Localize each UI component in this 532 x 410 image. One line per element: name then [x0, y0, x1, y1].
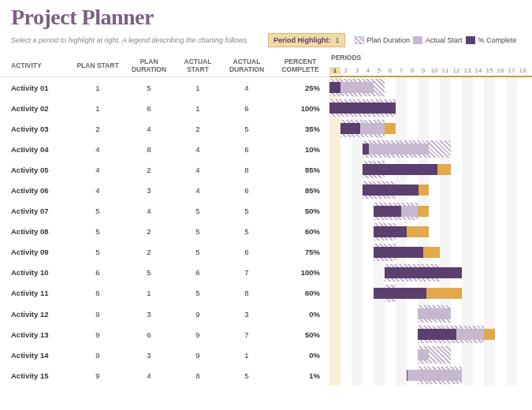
cell-activity: Activity 12 — [11, 310, 73, 319]
period-tick[interactable]: 13 — [462, 67, 473, 74]
hdr-plan-start: PLAN START — [73, 62, 123, 69]
cell-pct: 60% — [273, 289, 328, 297]
cell-pct: 75% — [273, 248, 328, 256]
cell-pct: 85% — [273, 166, 328, 174]
table-row[interactable]: Activity 13969750% — [0, 324, 329, 345]
period-tick[interactable]: 14 — [473, 67, 484, 74]
swatch-actual-icon — [413, 36, 422, 44]
period-tick[interactable]: 9 — [418, 67, 429, 74]
table-row[interactable]: Activity 106567100% — [0, 263, 329, 283]
gantt-row — [329, 304, 532, 324]
period-highlight-control[interactable]: Period Highlight: 1 — [268, 33, 345, 47]
gantt-row — [329, 365, 532, 386]
swatch-pct-icon — [466, 36, 475, 44]
gantt-row — [329, 159, 532, 180]
bar-pct — [329, 82, 340, 93]
period-highlight-value: 1 — [336, 36, 340, 44]
cell-pct: 10% — [273, 145, 328, 154]
table-row[interactable]: Activity 03242535% — [0, 118, 329, 139]
legend: Plan Duration Actual Start % Complete — [355, 36, 517, 44]
cell-plan-start: 5 — [73, 248, 123, 256]
cell-actual-start: 5 — [175, 248, 221, 256]
hdr-activity: ACTIVITY — [11, 62, 73, 69]
period-tick[interactable]: 12 — [451, 67, 462, 74]
period-tick[interactable]: 15 — [484, 67, 495, 74]
table-row[interactable]: Activity 04484610% — [0, 139, 329, 159]
cell-actual-start: 9 — [175, 310, 221, 319]
cell-actual-duration: 6 — [221, 145, 273, 154]
legend-plan-label: Plan Duration — [367, 36, 411, 44]
cell-actual-duration: 5 — [221, 125, 273, 133]
cell-actual-duration: 5 — [221, 371, 273, 380]
bar-overrun — [418, 206, 429, 217]
table-row[interactable]: Activity 1493910% — [0, 345, 329, 365]
period-tick[interactable]: 10 — [429, 67, 440, 74]
period-tick[interactable]: 2 — [340, 67, 352, 74]
bar-pct — [385, 267, 462, 278]
cell-actual-duration: 7 — [221, 268, 273, 277]
cell-plan-start: 9 — [73, 371, 123, 380]
bar-pct — [374, 206, 401, 217]
cell-plan-duration: 8 — [123, 145, 175, 154]
cell-actual-start: 5 — [175, 289, 221, 297]
period-tick[interactable]: 5 — [374, 67, 385, 74]
table-row[interactable]: Activity 021616100% — [0, 98, 329, 118]
sub-bar: Select a period to highlight at right. A… — [0, 32, 532, 54]
gantt-row — [329, 324, 532, 345]
cell-actual-start: 9 — [175, 330, 221, 339]
gantt-row — [329, 201, 532, 222]
cell-pct: 85% — [273, 186, 328, 195]
period-tick[interactable]: 11 — [440, 67, 451, 74]
table-row[interactable]: Activity 09525675% — [0, 242, 329, 263]
cell-plan-duration: 6 — [123, 330, 175, 339]
table-row[interactable]: Activity 05424885% — [0, 159, 329, 180]
table-row[interactable]: Activity 06434685% — [0, 180, 329, 200]
bar-pct — [374, 226, 407, 237]
cell-plan-start: 6 — [73, 268, 123, 277]
bar-actual — [418, 349, 429, 360]
period-tick[interactable]: 8 — [407, 67, 418, 74]
table-row[interactable]: Activity 07545550% — [0, 201, 329, 222]
period-tick[interactable]: 17 — [506, 67, 517, 74]
bar-pct — [329, 102, 396, 114]
period-tick[interactable]: 18 — [517, 67, 528, 74]
period-tick[interactable]: 4 — [363, 67, 374, 74]
cell-activity: Activity 07 — [11, 207, 73, 215]
cell-pct: 0% — [273, 310, 328, 319]
cell-activity: Activity 04 — [11, 145, 73, 154]
cell-actual-start: 9 — [175, 351, 221, 360]
page-title: Project Planner — [0, 0, 532, 32]
period-highlight-label: Period Highlight: — [273, 36, 331, 44]
period-tick[interactable]: 1 — [329, 67, 340, 74]
cell-actual-duration: 1 — [221, 351, 273, 360]
bar-pct — [340, 123, 360, 134]
table-row[interactable]: Activity 11615860% — [0, 283, 329, 304]
gantt-chart: PERIODS 123456789101112131415161718 — [329, 54, 532, 386]
hdr-periods: PERIODS — [331, 54, 361, 62]
cell-actual-start: 4 — [175, 186, 221, 195]
gantt-row — [329, 118, 532, 139]
table-row[interactable]: Activity 1594851% — [0, 365, 329, 386]
cell-pct: 1% — [273, 371, 328, 380]
cell-plan-start: 5 — [73, 207, 123, 215]
cell-plan-start: 9 — [73, 310, 123, 319]
period-tick[interactable]: 6 — [385, 67, 396, 74]
table-row[interactable]: Activity 1293930% — [0, 304, 329, 324]
period-tick[interactable]: 16 — [495, 67, 506, 74]
cell-pct: 50% — [273, 207, 328, 215]
bar-actual — [418, 308, 451, 319]
table-row[interactable]: Activity 08525560% — [0, 222, 329, 242]
cell-actual-duration: 8 — [221, 289, 273, 297]
period-tick[interactable]: 7 — [396, 67, 407, 74]
hdr-actual-duration: ACTUAL DURATION — [221, 58, 273, 73]
data-table: ACTIVITY PLAN START PLAN DURATION ACTUAL… — [0, 54, 329, 386]
cell-actual-duration: 6 — [221, 186, 273, 195]
cell-activity: Activity 01 — [11, 84, 73, 92]
cell-plan-start: 1 — [73, 84, 123, 92]
table-row[interactable]: Activity 01151425% — [0, 77, 329, 98]
period-tick[interactable]: 3 — [352, 67, 363, 74]
cell-pct: 60% — [273, 227, 328, 236]
cell-actual-start: 5 — [175, 207, 221, 215]
cell-pct: 100% — [273, 104, 328, 113]
cell-plan-duration: 4 — [123, 371, 175, 380]
